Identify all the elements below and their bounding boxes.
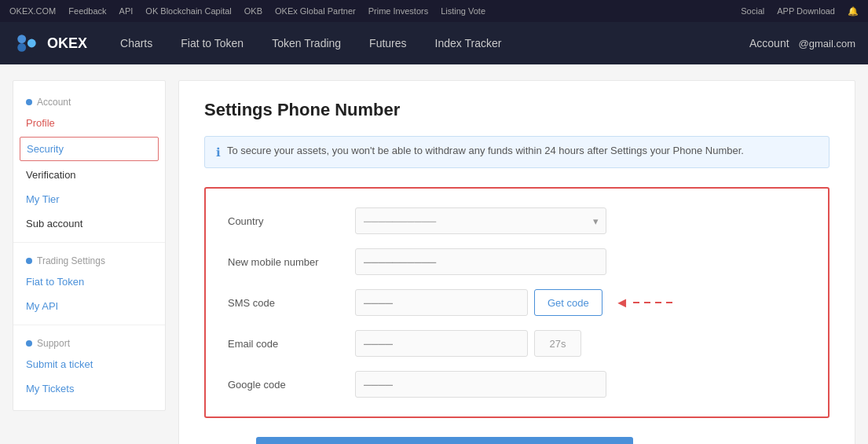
countdown-box: 27s <box>534 330 581 357</box>
section-dot <box>26 99 32 105</box>
topbar-feedback[interactable]: Feedback <box>68 6 106 16</box>
svg-point-1 <box>17 35 26 43</box>
svg-point-2 <box>27 39 36 48</box>
info-icon: ℹ <box>216 145 221 160</box>
section-dot-2 <box>26 258 32 264</box>
nav-right: Account @gmail.com <box>749 37 855 50</box>
sidebar-section-support: Support <box>13 332 165 352</box>
email-input[interactable] <box>355 330 528 357</box>
sidebar-section-trading: Trading Settings <box>13 249 165 270</box>
sidebar-item-profile[interactable]: Profile <box>13 111 165 135</box>
main-nav: OKEX Charts Fiat to Token Token Trading … <box>0 22 868 64</box>
section-label-support: Support <box>37 338 70 349</box>
page-title: Settings Phone Number <box>204 100 830 120</box>
page-body: Account Profile Security Verification My… <box>0 64 868 444</box>
get-code-button[interactable]: Get code <box>534 289 602 316</box>
confirm-button[interactable]: Confirm <box>256 437 633 444</box>
sidebar-divider-1 <box>13 242 165 243</box>
country-select[interactable]: ────────── <box>355 207 606 234</box>
topbar-prime[interactable]: Prime Investors <box>368 6 428 16</box>
nav-token-trading[interactable]: Token Trading <box>258 22 355 64</box>
country-label: Country <box>228 215 346 227</box>
topbar-bell-icon[interactable]: 🔔 <box>848 6 859 17</box>
form-row-mobile: New mobile number <box>228 248 806 275</box>
form-row-country: Country ────────── <box>228 207 806 234</box>
topbar-okex[interactable]: OKEX.COM <box>9 6 56 16</box>
sidebar-item-fiat-to-token[interactable]: Fiat to Token <box>13 270 165 294</box>
sidebar-item-my-api[interactable]: My API <box>13 294 165 318</box>
country-select-wrapper: ────────── <box>355 207 606 234</box>
topbar-listing[interactable]: Listing Vote <box>441 6 485 16</box>
section-dot-3 <box>26 340 32 347</box>
svg-point-3 <box>17 43 26 52</box>
form-row-email: Email code 27s <box>228 330 806 357</box>
form-section: Country ────────── New mobile number SMS… <box>204 187 830 418</box>
confirm-area: — — ► Confirm <box>204 437 830 444</box>
sidebar: Account Profile Security Verification My… <box>13 80 166 411</box>
dash3 <box>655 302 661 303</box>
sidebar-divider-2 <box>13 325 165 325</box>
nav-fiat-to-token[interactable]: Fiat to Token <box>167 22 258 64</box>
dash4 <box>666 302 672 303</box>
dash2 <box>644 302 650 303</box>
topbar-blockchain[interactable]: OK Blockchain Capital <box>145 6 231 16</box>
sidebar-item-subaccount[interactable]: Sub account <box>13 211 165 236</box>
sidebar-item-verification[interactable]: Verification <box>13 163 165 187</box>
sidebar-item-submit-ticket[interactable]: Submit a ticket <box>13 352 165 376</box>
nav-index-tracker[interactable]: Index Tracker <box>421 22 516 64</box>
sidebar-item-security[interactable]: Security <box>20 137 159 161</box>
email-code-label: Email code <box>228 338 346 350</box>
logo[interactable]: OKEX <box>13 29 87 57</box>
countdown-value: 27s <box>550 338 566 350</box>
sms-arrow-annotation: ◄ <box>615 295 673 311</box>
logo-text: OKEX <box>47 35 87 52</box>
sms-row: Get code ◄ <box>355 289 673 316</box>
nav-links: Charts Fiat to Token Token Trading Futur… <box>106 22 749 64</box>
sidebar-item-my-tickets[interactable]: My Tickets <box>13 376 165 401</box>
nav-account[interactable]: Account <box>749 37 789 50</box>
google-input[interactable] <box>355 371 606 398</box>
topbar-okb[interactable]: OKB <box>244 6 262 16</box>
google-code-label: Google code <box>228 379 346 391</box>
sidebar-section-account: Account <box>13 90 165 111</box>
topbar-appdownload[interactable]: APP Download <box>777 6 835 16</box>
topbar-api[interactable]: API <box>119 6 134 16</box>
main-content: Settings Phone Number ℹ To secure your a… <box>178 80 855 444</box>
sidebar-item-mytier[interactable]: My Tier <box>13 187 165 211</box>
mobile-label: New mobile number <box>228 256 346 268</box>
nav-charts[interactable]: Charts <box>106 22 167 64</box>
topbar-social[interactable]: Social <box>741 6 764 16</box>
left-arrow-icon: ◄ <box>615 295 629 311</box>
sms-label: SMS code <box>228 297 346 309</box>
okex-logo-icon <box>13 29 41 57</box>
sms-input[interactable] <box>355 289 528 316</box>
form-row-google: Google code <box>228 371 806 398</box>
section-label-trading: Trading Settings <box>37 255 105 266</box>
info-banner: ℹ To secure your assets, you won't be ab… <box>204 136 830 168</box>
top-bar: OKEX.COM Feedback API OK Blockchain Capi… <box>0 0 868 22</box>
info-text: To secure your assets, you won't be able… <box>227 145 744 156</box>
nav-email[interactable]: @gmail.com <box>799 38 855 50</box>
mobile-input[interactable] <box>355 248 606 275</box>
topbar-global-partner[interactable]: OKEx Global Partner <box>275 6 356 16</box>
form-row-sms: SMS code Get code ◄ <box>228 289 806 316</box>
email-row: 27s <box>355 330 581 357</box>
nav-futures[interactable]: Futures <box>355 22 420 64</box>
section-label-account: Account <box>37 97 71 108</box>
dash1 <box>633 302 639 303</box>
